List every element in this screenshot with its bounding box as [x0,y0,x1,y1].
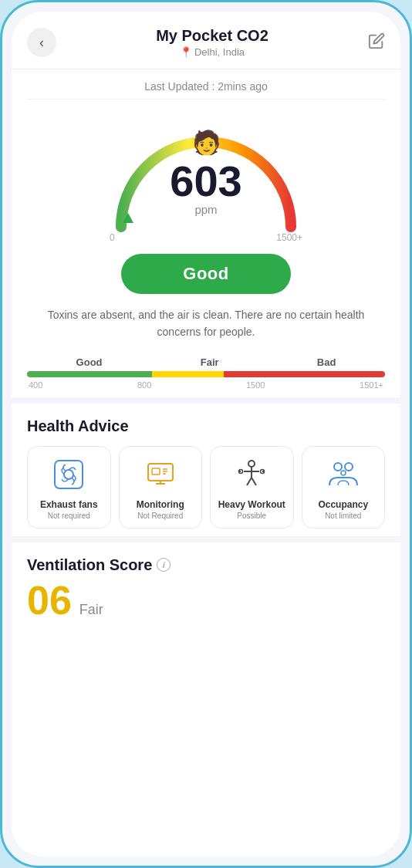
header-center: My Pocket CO2 📍 Delhi, India [156,27,268,58]
location-row: 📍 Delhi, India [156,46,268,58]
workout-status: Possible [237,512,266,520]
svg-point-18 [334,463,342,471]
back-icon: ‹ [39,35,44,51]
phone-frame: ‹ My Pocket CO2 📍 Delhi, India Last Upda… [0,0,412,868]
workout-icon [233,456,270,493]
svg-line-12 [247,478,252,485]
occupancy-status: Not limited [325,512,361,520]
scale-fair: Fair [201,356,219,368]
occupancy-icon [325,456,362,493]
back-button[interactable]: ‹ [27,28,56,57]
section-divider-2 [12,536,400,542]
svg-point-19 [345,463,353,471]
advice-card-monitoring: Monitoring Not Required [119,446,203,529]
occupancy-name: Occupancy [318,499,368,510]
advice-card-workout: Heavy Workout Possible [210,446,294,529]
header: ‹ My Pocket CO2 📍 Delhi, India [12,12,400,69]
phone-inner: ‹ My Pocket CO2 📍 Delhi, India Last Upda… [12,12,400,856]
ventilation-section: Ventilation Score i 06 Fair [27,542,385,628]
svg-rect-0 [55,461,83,488]
ventilation-title-row: Ventilation Score i [27,556,385,574]
scale-bad: Bad [317,356,336,368]
exhaust-status: Not required [48,512,90,520]
ventilation-score-label: Fair [79,602,103,618]
scale-good: Good [76,356,103,368]
health-advice-section: Health Advice [27,404,385,536]
gauge-section: 🧑 603 ppm 0 1500+ [27,100,385,397]
status-button[interactable]: Good [121,254,290,294]
ventilation-score-num: 06 [27,580,72,620]
svg-point-9 [248,461,255,467]
monitoring-name: Monitoring [137,499,184,510]
advice-card-occupancy: Occupancy Not limited [302,446,386,529]
svg-line-13 [252,478,256,485]
scale-bar: Good Fair Bad 400 800 1500 1501+ [27,356,385,390]
scale-bar-track [27,371,385,377]
health-advice-title: Health Advice [27,417,385,435]
ventilation-score-row: 06 Fair [27,580,385,620]
page-title: My Pocket CO2 [156,27,268,45]
gauge-value-display: 603 ppm [170,160,241,216]
gauge-needle [123,213,133,223]
exhaust-icon [50,456,87,493]
last-updated-text: Last Updated : 2mins ago [27,69,385,100]
svg-rect-5 [152,468,160,475]
gauge-container: 🧑 603 ppm [102,115,310,238]
co2-value: 603 [170,160,241,203]
svg-point-20 [341,471,346,475]
scale-num-3: 1501+ [360,380,383,390]
description-text: Toxins are absent, and the air is clean.… [27,306,385,353]
advice-card-exhaust: Exhaust fans Not required [27,446,111,529]
person-avatar: 🧑 [192,129,221,156]
monitoring-status: Not Required [137,512,183,520]
workout-name: Heavy Workout [218,499,285,510]
section-divider-1 [12,397,400,404]
scale-labels: Good Fair Bad [27,356,385,368]
scale-num-2: 1500 [246,380,265,390]
scale-numbers: 400 800 1500 1501+ [27,380,385,390]
location-text: Delhi, India [194,46,245,58]
location-icon: 📍 [180,46,192,58]
exhaust-name: Exhaust fans [40,499,98,510]
monitoring-icon [142,456,179,493]
scale-num-1: 800 [137,380,151,390]
ventilation-title: Ventilation Score [27,556,152,574]
edit-button[interactable] [368,32,385,53]
scale-num-0: 400 [29,380,42,390]
advice-cards: Exhaust fans Not required [27,446,385,529]
main-content: Last Updated : 2mins ago [12,69,400,856]
info-icon[interactable]: i [157,558,171,572]
